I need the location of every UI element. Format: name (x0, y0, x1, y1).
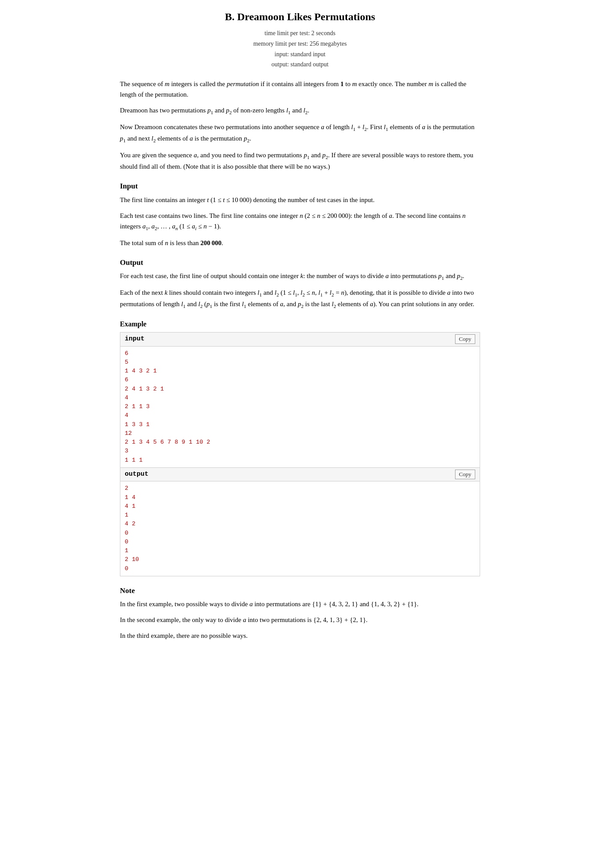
paragraph-1: The sequence of m integers is called the… (120, 79, 480, 100)
problem-meta: time limit per test: 2 seconds memory li… (120, 28, 480, 70)
note-paragraph-3: In the third example, there are no possi… (120, 630, 480, 641)
note-title: Note (120, 585, 480, 597)
output-block-header: output Copy (120, 468, 480, 482)
example-title: Example (120, 319, 480, 329)
paragraph-3: Now Dreamoon concatenates these two perm… (120, 122, 480, 145)
input-paragraph-3: The total sum of n is less than 200 000. (120, 238, 480, 248)
note-section: Note In the first example, two possible … (120, 585, 480, 641)
output-type: output: standard output (120, 59, 480, 70)
input-label: input (125, 334, 145, 344)
output-paragraph-1: For each test case, the first line of ou… (120, 271, 480, 282)
output-content: 2 1 4 4 1 1 4 2 0 0 1 2 10 0 (120, 481, 480, 576)
input-block: input Copy 6 5 1 4 3 2 1 6 2 4 1 3 2 1 4… (120, 332, 480, 468)
time-limit: time limit per test: 2 seconds (120, 28, 480, 39)
output-section-title: Output (120, 257, 480, 268)
problem-title: B. Dreamoon Likes Permutations (120, 9, 480, 25)
input-content: 6 5 1 4 3 2 1 6 2 4 1 3 2 1 4 2 1 1 3 4 … (120, 347, 480, 467)
output-paragraph-2: Each of the next k lines should contain … (120, 287, 480, 310)
paragraph-2: Dreamoon has two permutations p1 and p2 … (120, 105, 480, 116)
output-label: output (125, 470, 148, 480)
note-paragraph-2: In the second example, the only way to d… (120, 615, 480, 625)
input-section-title: Input (120, 181, 480, 192)
memory-limit: memory limit per test: 256 megabytes (120, 39, 480, 49)
output-copy-button[interactable]: Copy (455, 470, 475, 479)
input-paragraph-1: The first line contains an integer t (1 … (120, 195, 480, 205)
input-type: input: standard input (120, 49, 480, 60)
input-paragraph-2: Each test case contains two lines. The f… (120, 210, 480, 232)
input-block-header: input Copy (120, 333, 480, 347)
paragraph-4: You are given the sequence a, and you ne… (120, 150, 480, 172)
note-paragraph-1: In the first example, two possible ways … (120, 599, 480, 609)
input-copy-button[interactable]: Copy (455, 334, 475, 344)
output-block: output Copy 2 1 4 4 1 1 4 2 0 0 1 2 10 0 (120, 468, 480, 576)
